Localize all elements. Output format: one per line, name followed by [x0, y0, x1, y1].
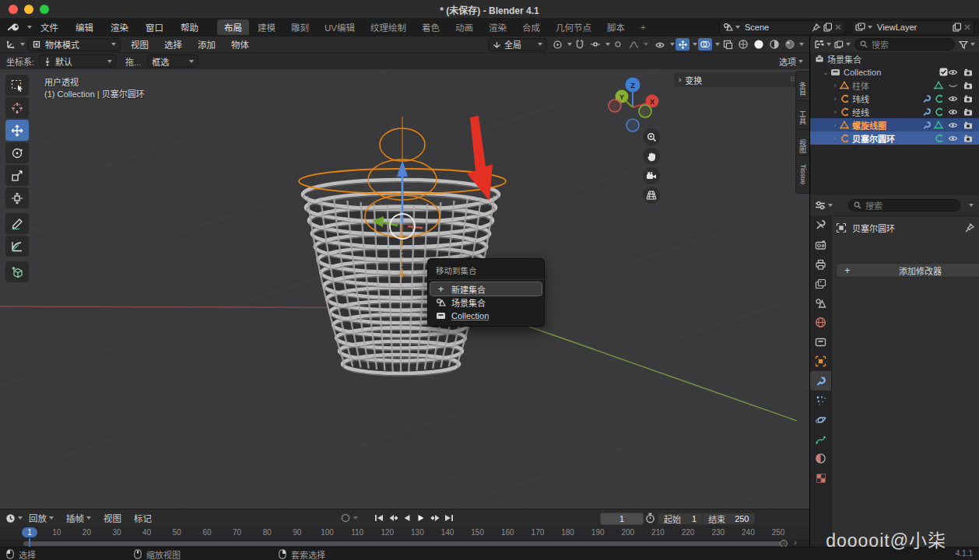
workspace-tab[interactable]: 脚本 [600, 19, 632, 35]
object-name[interactable]: 玮线 [852, 93, 869, 105]
object-name[interactable]: 贝塞尔圆环 [852, 132, 895, 145]
expand-icon[interactable]: › [830, 108, 840, 116]
scene-collection-row[interactable]: 场景集合 [810, 52, 979, 65]
properties-tab-physics[interactable] [810, 410, 831, 429]
panel-drag-dots[interactable]: ⠿ [790, 76, 795, 83]
tool-scale-button[interactable] [5, 165, 29, 186]
pivot-point-button[interactable] [550, 38, 564, 51]
properties-editor-icon[interactable] [815, 201, 826, 210]
properties-tab-modifiers[interactable] [810, 371, 831, 390]
prev-key-button[interactable] [387, 512, 400, 523]
scrollbar-handle[interactable] [23, 541, 784, 546]
transform-panel-header[interactable]: › 变换 ⠿ [674, 72, 800, 87]
curve-green-icon[interactable] [934, 134, 943, 143]
mesh-green-icon[interactable] [934, 81, 943, 89]
play-button[interactable] [415, 512, 428, 523]
viewport-menu-item[interactable]: 选择 [156, 38, 190, 51]
transform-orientation-dropdown[interactable]: 全局 [488, 38, 547, 51]
camera-visibility-icon[interactable] [963, 121, 979, 129]
viewport-menu-item[interactable]: 添加 [190, 38, 223, 51]
outliner-search-input[interactable]: 搜索 [854, 38, 955, 51]
outliner-object-row[interactable]: › 经线 [810, 105, 979, 118]
properties-tab-collection[interactable] [810, 332, 831, 352]
options-dropdown[interactable]: 选项 [779, 55, 803, 68]
pin-id-icon[interactable] [965, 223, 974, 233]
camera-visibility-icon[interactable] [963, 95, 979, 103]
proportional-editing-icon[interactable] [611, 38, 625, 51]
timeline-editor-icon[interactable] [5, 513, 16, 523]
outliner-object-row[interactable]: › 螺旋线圈 [810, 118, 979, 131]
expand-icon[interactable]: › [830, 135, 840, 142]
add-workspace-button[interactable]: + [633, 21, 653, 33]
properties-tab-object-data[interactable] [810, 429, 831, 449]
viewlayer-name[interactable]: ViewLayer [877, 23, 948, 32]
curve-green-icon[interactable] [934, 107, 943, 117]
tool-annotate-button[interactable] [5, 213, 29, 234]
shading-wireframe-button[interactable] [736, 38, 750, 51]
properties-tab-object[interactable] [810, 352, 831, 371]
object-name[interactable]: 螺旋线圈 [852, 119, 886, 131]
zoom-view-button[interactable] [643, 128, 660, 145]
drag-mode-dropdown[interactable]: 框选 [147, 54, 198, 68]
add-modifier-button[interactable]: + 添加修改器 [836, 263, 979, 278]
eye-icon[interactable] [948, 68, 963, 76]
eye-icon[interactable] [948, 95, 963, 103]
viewport-menu-item[interactable]: 视图 [123, 38, 156, 51]
pin-icon[interactable] [812, 23, 820, 32]
scene-name[interactable]: Scene [745, 23, 807, 32]
show-visibility-icon[interactable] [653, 38, 667, 51]
workspace-tab[interactable]: 建模 [251, 19, 282, 35]
workspace-tab[interactable]: 纹理绘制 [363, 19, 413, 35]
ortho-toggle-button[interactable] [643, 187, 660, 204]
breadcrumb-object-name[interactable]: 贝塞尔圆环 [852, 222, 895, 234]
wrench-blue-icon[interactable] [922, 94, 932, 103]
new-viewlayer-icon[interactable] [953, 23, 961, 32]
pan-view-button[interactable] [643, 148, 660, 165]
properties-tab-world[interactable] [810, 313, 831, 332]
display-mode-icon[interactable] [834, 40, 844, 49]
auto-keying-toggle[interactable] [340, 513, 358, 523]
workspace-tab[interactable]: 动画 [448, 19, 480, 35]
3d-viewport[interactable]: 用户透视 (1) Collection | 贝塞尔圆环 › 变换 ⠿ 条目工具视… [0, 69, 809, 509]
camera-visibility-icon[interactable] [963, 108, 979, 116]
tool-transform-button[interactable] [5, 187, 29, 208]
properties-tab-render[interactable] [810, 235, 831, 254]
shading-material-button[interactable] [767, 38, 781, 51]
outliner-object-row[interactable]: › 柱体 [810, 79, 979, 92]
workspace-tab[interactable]: 雕刻 [284, 19, 316, 35]
object-name[interactable]: 经线 [852, 106, 869, 118]
next-key-button[interactable] [429, 512, 442, 523]
camera-visibility-icon[interactable] [963, 68, 979, 76]
tool-rotate-button[interactable] [5, 142, 29, 163]
outliner-object-row[interactable]: › 贝塞尔圆环 [810, 131, 979, 145]
prev-frame-button[interactable] [401, 512, 414, 523]
unlink-scene-icon[interactable] [835, 24, 841, 30]
viewport-menu-item[interactable]: 物体 [223, 38, 257, 51]
show-gizmo-button[interactable] [675, 38, 690, 51]
collection-checkbox[interactable] [939, 68, 948, 76]
properties-tab-view-layer[interactable] [810, 274, 831, 293]
stopwatch-icon[interactable] [645, 513, 655, 523]
workspace-tab[interactable]: 合成 [515, 19, 547, 35]
camera-view-button[interactable] [643, 167, 660, 184]
outliner-editor-icon[interactable] [814, 40, 824, 49]
eye-icon[interactable] [948, 82, 963, 89]
properties-tab-particles[interactable] [810, 390, 831, 410]
viewlayer-selector[interactable]: ViewLayer [851, 20, 974, 35]
camera-visibility-icon[interactable] [963, 135, 979, 142]
expand-icon[interactable]: › [830, 95, 840, 103]
eye-icon[interactable] [948, 108, 963, 116]
eye-icon[interactable] [948, 121, 963, 129]
shading-solid-button[interactable] [752, 38, 766, 51]
object-name[interactable]: 柱体 [852, 79, 869, 92]
tool-move-button[interactable] [5, 120, 29, 141]
collection-row[interactable]: ⌄ Collection [810, 65, 979, 79]
timeline-menu-item[interactable]: 标记 [128, 512, 158, 524]
playhead-current-frame[interactable]: 1 [22, 527, 37, 537]
mode-dropdown[interactable]: 物体模式 [27, 38, 121, 51]
editor-type-icon[interactable] [5, 40, 16, 50]
remove-viewlayer-icon[interactable] [964, 24, 970, 30]
workspace-tab[interactable]: 布局 [217, 19, 249, 35]
tool-measure-button[interactable] [5, 236, 29, 257]
end-frame-field[interactable]: 结束 250 [703, 513, 755, 525]
